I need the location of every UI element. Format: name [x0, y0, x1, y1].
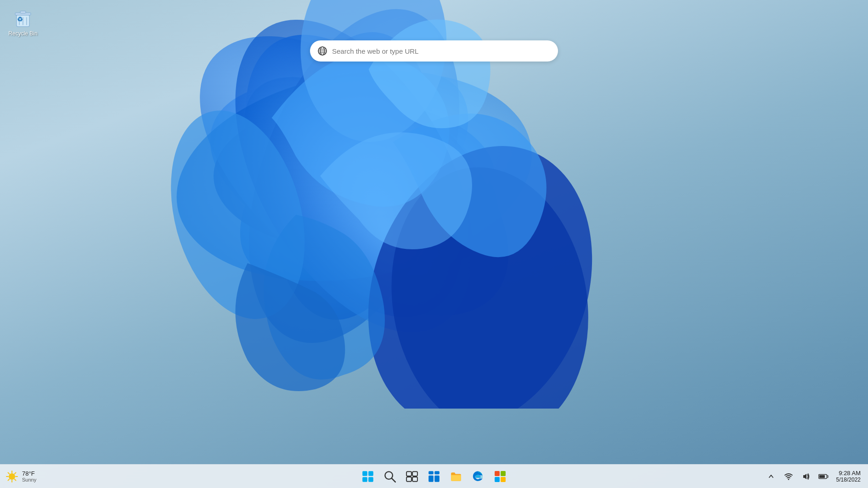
svg-rect-51 [495, 477, 500, 482]
svg-rect-35 [362, 471, 367, 476]
wifi-icon [784, 472, 793, 481]
recycle-bin-svg: ♻ [12, 6, 34, 28]
svg-rect-44 [412, 477, 417, 482]
recycle-bin-icon[interactable]: ♻ Recycle Bin [5, 5, 41, 39]
system-tray: 9:28 AM 5/18/2022 [763, 465, 868, 488]
edge-icon [472, 471, 484, 482]
recycle-bin-label: Recycle Bin [8, 30, 37, 37]
taskbar-center [358, 465, 510, 488]
svg-line-31 [8, 472, 10, 474]
search-globe-icon [317, 46, 327, 56]
weather-temperature: 78°F [22, 470, 36, 477]
svg-rect-38 [368, 477, 373, 482]
file-explorer-icon [450, 471, 462, 482]
svg-line-40 [392, 478, 395, 482]
show-hidden-icons-button[interactable] [763, 468, 779, 485]
svg-rect-37 [362, 477, 367, 482]
store-icon [494, 471, 506, 482]
volume-icon [802, 472, 810, 481]
svg-rect-42 [412, 471, 417, 476]
taskbar-search-button[interactable] [380, 466, 400, 487]
svg-rect-55 [819, 475, 825, 478]
wifi-button[interactable] [780, 468, 797, 485]
taskbar-search-icon [384, 471, 396, 482]
svg-rect-45 [428, 471, 434, 474]
windows-logo-icon [362, 471, 374, 482]
volume-button[interactable] [798, 468, 814, 485]
start-button[interactable] [358, 466, 378, 487]
clock-time: 9:28 AM [839, 470, 861, 477]
widgets-button[interactable] [424, 466, 444, 487]
weather-text: 78°F Sunny [22, 470, 36, 482]
svg-line-34 [8, 479, 10, 480]
widgets-icon [428, 471, 440, 482]
svg-rect-36 [368, 471, 373, 476]
svg-line-33 [15, 472, 16, 474]
chevron-up-icon [768, 474, 774, 479]
file-explorer-button[interactable] [446, 466, 466, 487]
store-button[interactable] [490, 466, 510, 487]
battery-button[interactable] [815, 468, 832, 485]
search-input[interactable] [332, 47, 551, 55]
svg-point-53 [788, 478, 789, 480]
edge-button[interactable] [468, 466, 488, 487]
svg-rect-52 [501, 477, 506, 482]
weather-condition: Sunny [22, 477, 36, 482]
clock-date: 5/18/2022 [836, 477, 861, 483]
clock-widget[interactable]: 9:28 AM 5/18/2022 [833, 465, 864, 488]
svg-rect-49 [495, 471, 500, 476]
weather-widget[interactable]: 78°F Sunny [0, 465, 42, 488]
svg-line-32 [15, 479, 16, 480]
task-view-icon [406, 471, 418, 482]
svg-rect-41 [406, 471, 411, 476]
svg-text:♻: ♻ [17, 16, 23, 23]
taskbar: 78°F Sunny [0, 464, 868, 488]
svg-rect-47 [428, 475, 434, 482]
task-view-button[interactable] [402, 466, 422, 487]
desktop: ♻ Recycle Bin [0, 0, 868, 488]
battery-icon [818, 473, 829, 480]
svg-rect-48 [434, 475, 440, 482]
search-bar-container [310, 40, 558, 62]
search-bar [310, 40, 558, 62]
svg-rect-43 [406, 477, 411, 482]
svg-rect-46 [434, 471, 440, 474]
svg-rect-16 [20, 11, 26, 13]
sun-icon [6, 470, 18, 483]
svg-rect-50 [501, 471, 506, 476]
